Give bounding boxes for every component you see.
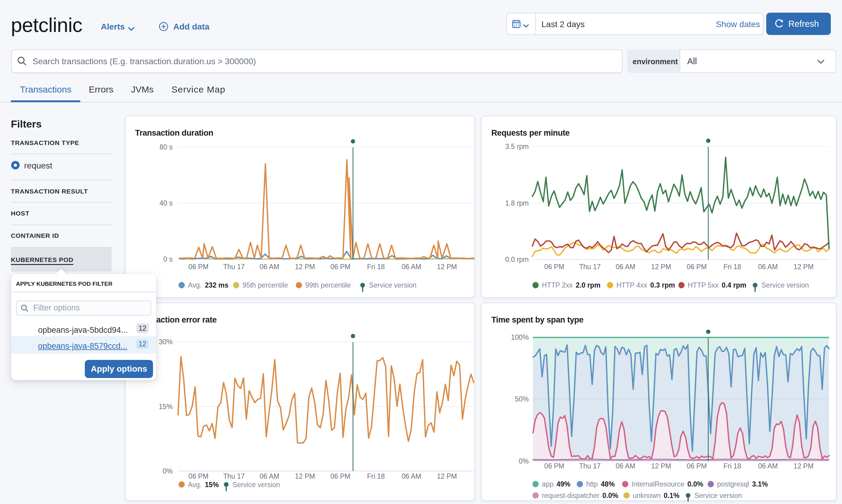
svg-text:0.0%: 0.0% <box>687 480 703 488</box>
svg-text:1.8 rpm: 1.8 rpm <box>505 199 529 207</box>
svg-text:unknown: unknown <box>633 492 660 500</box>
svg-text:06 PM: 06 PM <box>330 472 350 480</box>
svg-text:0%: 0% <box>519 457 529 465</box>
svg-text:InternalResource: InternalResource <box>632 480 685 488</box>
svg-text:0%: 0% <box>162 467 172 475</box>
svg-text:Avg.: Avg. <box>188 281 202 289</box>
svg-text:3.1%: 3.1% <box>752 480 768 488</box>
svg-text:06 AM: 06 AM <box>401 472 421 480</box>
svg-text:06 AM: 06 AM <box>616 263 635 271</box>
svg-text:0.0%: 0.0% <box>602 492 618 500</box>
svg-text:06 AM: 06 AM <box>758 263 778 271</box>
svg-text:12 PM: 12 PM <box>651 263 671 271</box>
svg-text:06 PM: 06 PM <box>544 263 564 271</box>
svg-text:06 AM: 06 AM <box>758 462 778 470</box>
svg-text:12 PM: 12 PM <box>793 263 813 271</box>
svg-text:06 PM: 06 PM <box>544 462 564 470</box>
svg-text:12 PM: 12 PM <box>651 462 671 470</box>
svg-text:40 s: 40 s <box>159 199 172 207</box>
svg-text:Thu 17: Thu 17 <box>579 263 601 271</box>
svg-text:Service version: Service version <box>694 492 742 500</box>
svg-text:Thu 17: Thu 17 <box>223 472 245 480</box>
svg-text:0.0 rpm: 0.0 rpm <box>505 256 529 264</box>
svg-text:06 AM: 06 AM <box>260 472 279 480</box>
svg-text:100%: 100% <box>511 334 529 341</box>
svg-text:12 PM: 12 PM <box>437 263 457 271</box>
svg-text:15%: 15% <box>205 481 219 489</box>
svg-text:12 PM: 12 PM <box>437 472 457 480</box>
svg-text:HTTP 4xx: HTTP 4xx <box>616 281 647 289</box>
svg-text:06 PM: 06 PM <box>188 263 208 271</box>
svg-text:50%: 50% <box>515 395 529 403</box>
svg-text:Fri 18: Fri 18 <box>367 263 385 271</box>
svg-text:99th percentile: 99th percentile <box>305 281 351 289</box>
svg-text:06 PM: 06 PM <box>687 263 706 271</box>
svg-text:232 ms: 232 ms <box>205 281 228 289</box>
svg-text:12 PM: 12 PM <box>793 462 813 470</box>
svg-text:49%: 49% <box>556 480 570 488</box>
svg-text:48%: 48% <box>601 480 615 488</box>
svg-text:0 s: 0 s <box>163 255 173 263</box>
svg-text:2.0 rpm: 2.0 rpm <box>576 281 601 289</box>
svg-text:Fri 18: Fri 18 <box>723 462 741 470</box>
svg-text:app: app <box>542 480 553 488</box>
svg-text:06 AM: 06 AM <box>616 462 635 470</box>
svg-text:Thu 17: Thu 17 <box>223 263 245 271</box>
svg-text:06 AM: 06 AM <box>401 263 421 271</box>
svg-text:Avg.: Avg. <box>188 481 202 489</box>
svg-text:3.5 rpm: 3.5 rpm <box>505 143 529 150</box>
svg-text:95th percentile: 95th percentile <box>242 281 288 289</box>
svg-text:80 s: 80 s <box>159 143 172 151</box>
svg-text:06 PM: 06 PM <box>687 462 706 470</box>
svg-text:Service version: Service version <box>761 281 809 289</box>
svg-text:12 PM: 12 PM <box>295 263 315 271</box>
svg-text:0.4 rpm: 0.4 rpm <box>722 281 746 289</box>
svg-text:HTTP 2xx: HTTP 2xx <box>542 281 573 289</box>
svg-text:30%: 30% <box>159 338 173 346</box>
svg-text:Service version: Service version <box>369 281 416 289</box>
svg-text:HTTP 5xx: HTTP 5xx <box>688 281 719 289</box>
svg-text:0.1%: 0.1% <box>664 492 679 500</box>
svg-text:Thu 17: Thu 17 <box>579 462 601 470</box>
svg-text:0.3 rpm: 0.3 rpm <box>650 281 675 289</box>
svg-text:Fri 18: Fri 18 <box>367 472 385 480</box>
svg-text:15%: 15% <box>159 403 173 411</box>
svg-text:12 PM: 12 PM <box>295 472 315 480</box>
svg-text:postgresql: postgresql <box>717 480 749 488</box>
svg-text:06 PM: 06 PM <box>330 263 350 271</box>
svg-text:Fri 18: Fri 18 <box>723 263 741 271</box>
svg-text:request-dispatcher: request-dispatcher <box>542 492 600 500</box>
svg-text:06 AM: 06 AM <box>260 263 279 271</box>
svg-text:http: http <box>586 480 598 488</box>
svg-text:06 PM: 06 PM <box>188 472 208 480</box>
svg-text:Service version: Service version <box>233 481 280 489</box>
